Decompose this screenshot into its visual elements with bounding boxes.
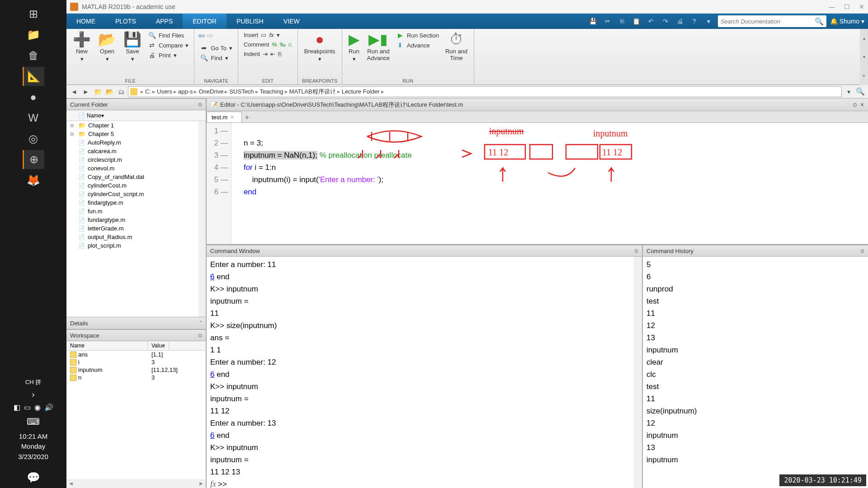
workspace-row[interactable]: n3 [66, 374, 206, 381]
history-item[interactable]: 5 [646, 258, 864, 271]
maximize-button[interactable]: ☐ [844, 3, 850, 10]
file-item[interactable]: 📄plot_script.m [66, 241, 198, 250]
tray-wifi-icon[interactable]: ◉ [34, 403, 41, 412]
file-item[interactable]: 📄findargtype.m [66, 198, 198, 207]
workspace-row[interactable]: ans[1,1] [66, 351, 206, 358]
tray-volume-icon[interactable]: 🔊 [44, 403, 53, 412]
history-item[interactable]: runprod [646, 283, 864, 295]
nav-fwd-icon[interactable]: ⇨ [207, 31, 213, 41]
search-icon[interactable]: 🔍 [815, 17, 824, 26]
history-item[interactable]: test [646, 295, 864, 307]
workspace-header[interactable]: Name Value [66, 341, 206, 351]
toolstrip-scroll[interactable]: ▴▾≡ [860, 29, 868, 85]
taskbar-browser-icon[interactable]: ⊕ [23, 150, 44, 169]
taskbar-firefox-icon[interactable]: 🦊 [23, 171, 44, 190]
history-item[interactable]: inputnum [646, 429, 864, 441]
cmdwin-menu-icon[interactable]: ⊙ [634, 248, 638, 254]
taskbar-word-icon[interactable]: W [23, 108, 44, 127]
user-menu[interactable]: 🔔 Shumo ▾ [830, 18, 864, 25]
history-item[interactable]: 12 [646, 417, 864, 429]
search-input[interactable] [721, 18, 815, 25]
folder-item[interactable]: ⊞📁Chapter 5 [66, 130, 198, 138]
panel-menu-icon[interactable]: ⊙ [198, 102, 202, 108]
details-toggle-icon[interactable]: ˄ [199, 320, 202, 326]
indent-more-icon[interactable]: ⎘ [278, 51, 282, 57]
indent-icon[interactable]: ⇥ [263, 51, 268, 57]
crumb-teaching[interactable]: Teaching [260, 88, 283, 95]
find-files-button[interactable]: 🔍Find Files [146, 31, 190, 40]
taskbar-recycle-icon[interactable]: 🗑 [23, 46, 44, 65]
insert-fx-icon[interactable]: fx [269, 32, 274, 38]
history-item[interactable]: clc [646, 368, 864, 380]
goto-button[interactable]: ➡Go To ▾ [198, 43, 234, 52]
insert-more-icon[interactable]: ▾ [277, 32, 280, 38]
taskbar-app-icon[interactable]: ● [23, 88, 44, 107]
left-scrollbar[interactable]: ◄► [66, 479, 206, 488]
print-button[interactable]: 🖨Print ▾ [146, 51, 190, 60]
taskbar-matlab-icon[interactable]: 📐 [23, 67, 44, 86]
copy-icon[interactable]: ⎘ [617, 16, 627, 27]
compare-button[interactable]: ⇄Compare ▾ [146, 41, 190, 50]
crumb-users[interactable]: Users [157, 88, 172, 95]
file-item[interactable]: 📄fun.m [66, 207, 198, 216]
file-item[interactable]: 📄fundargtype.m [66, 216, 198, 224]
nav-back-icon[interactable]: ⇦ [198, 31, 205, 41]
folder-item[interactable]: ⊞📁Chapter 1 [66, 121, 198, 130]
save-button[interactable]: 💾Save▾ [121, 31, 144, 63]
close-button[interactable]: ✕ [859, 3, 864, 10]
command-window-body[interactable]: Enter a number: 116 endK>> inputnuminput… [207, 257, 634, 488]
indent-button[interactable]: Indent ⇥ ⇤ ⎘ [242, 50, 294, 58]
addr-up2-icon[interactable]: 📂 [104, 87, 114, 97]
insert-button[interactable]: Insert ▭ fx ▾ [242, 31, 294, 39]
search-documentation[interactable]: 🔍 [718, 15, 826, 27]
redo-icon[interactable]: ↷ [660, 16, 671, 27]
history-item[interactable]: test [646, 380, 864, 393]
file-item[interactable]: 📄circlescript.m [66, 155, 198, 164]
taskbar-expand-icon[interactable]: › [32, 390, 35, 399]
crumb-apps[interactable]: app-s [178, 88, 193, 95]
history-item[interactable]: 6 [646, 271, 864, 283]
tray-icon[interactable]: ◧ [14, 403, 20, 412]
taskbar-edge-icon[interactable]: ◎ [23, 129, 44, 148]
addr-browse-icon[interactable]: 🗂 [116, 87, 126, 97]
crumb-onedrive[interactable]: OneDrive [198, 88, 223, 95]
workspace-menu-icon[interactable]: ⊙ [198, 333, 202, 338]
file-item[interactable]: 📄calcarea.m [66, 147, 198, 155]
run-section-button[interactable]: ▶Run Section [394, 31, 441, 40]
tab-apps[interactable]: APPS [146, 14, 183, 29]
run-time-button[interactable]: ⏱Run and Time [443, 31, 470, 62]
tab-home[interactable]: HOME [66, 14, 105, 29]
workspace-body[interactable]: ans[1,1]i3inputnum[11,12,13]n3 [66, 351, 206, 381]
minimize-button[interactable]: — [829, 3, 835, 10]
tab-view[interactable]: VIEW [274, 14, 310, 29]
workspace-row[interactable]: i3 [66, 358, 206, 366]
help-icon[interactable]: ? [689, 16, 700, 27]
crumb-matlab[interactable]: MATLAB程序设计 [289, 88, 336, 96]
history-menu-icon[interactable]: ⊙ [860, 248, 864, 254]
history-item[interactable]: 12 [646, 319, 864, 332]
comment-wrap-icon[interactable]: ⎌ [288, 41, 292, 48]
input-indicator[interactable]: CH 拼 [25, 378, 41, 386]
find-button[interactable]: 🔍Find ▾ [198, 53, 234, 62]
paste-icon[interactable]: 📋 [631, 16, 642, 27]
cf-scrollbar[interactable] [198, 121, 206, 317]
history-item[interactable]: 13 [646, 332, 864, 344]
line-gutter[interactable]: 1 —2 —3 —4 —5 —6 — [207, 123, 231, 244]
history-item[interactable]: 13 [646, 441, 864, 454]
outdent-icon[interactable]: ⇤ [270, 51, 275, 57]
file-item[interactable]: 📄cylinderCost_script.m [66, 190, 198, 198]
code-area[interactable]: inputnum 11 12 inputnum 11 12 n = 3; inp… [231, 123, 868, 244]
tab-close-icon[interactable]: ✕ [230, 114, 234, 120]
open-button[interactable]: 📂Open▾ [95, 31, 119, 63]
file-item[interactable]: 📄letterGrade.m [66, 224, 198, 233]
advance-button[interactable]: ⬇Advance [394, 41, 441, 50]
uncomment-icon[interactable]: ‰ [280, 41, 286, 48]
taskbar-folder-icon[interactable]: 📁 [23, 25, 44, 44]
taskbar-clock[interactable]: 10:21 AM Monday 3/23/2020 [18, 432, 48, 462]
history-item[interactable]: clear [646, 356, 864, 368]
addons-icon[interactable]: ▾ [703, 16, 714, 27]
details-panel-title[interactable]: Details ˄ [66, 317, 206, 329]
addr-search-icon[interactable]: 🔍 [855, 87, 865, 97]
file-item[interactable]: 📄output_Radius.m [66, 233, 198, 241]
file-item[interactable]: 📄cylinderCost.m [66, 181, 198, 190]
